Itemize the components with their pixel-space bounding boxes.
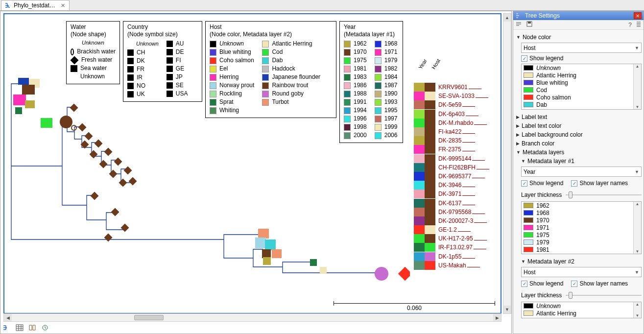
tree-view-icon[interactable]: [2, 324, 11, 332]
sample-row: FR-2375: [414, 145, 476, 154]
table-view-icon[interactable]: [15, 324, 24, 332]
scroll-right-icon[interactable]: ▶: [493, 314, 501, 321]
phylogenetic-tree: [8, 78, 410, 298]
close-icon[interactable]: ✕: [61, 2, 65, 9]
ml2-listbox[interactable]: UnknownAtlantic Herring: [521, 302, 642, 318]
sample-row: UK-H17-2-95: [414, 234, 476, 243]
list-item[interactable]: Coho salmon: [522, 94, 641, 101]
scroll-down-icon[interactable]: ▼: [503, 306, 511, 313]
list-item[interactable]: 1970: [522, 216, 641, 224]
sample-label: US-Makah: [438, 262, 466, 269]
ml1-dropdown[interactable]: Year▼: [521, 167, 642, 177]
sample-row: DK-2835: [414, 136, 476, 145]
ml2-thickness-slider[interactable]: [566, 291, 642, 300]
book-view-icon[interactable]: [28, 324, 37, 332]
history-view-icon[interactable]: [41, 324, 49, 332]
panel-close-icon[interactable]: ✕: [634, 12, 642, 19]
phylo-tree-icon: [4, 2, 11, 9]
svg-rect-20: [119, 179, 127, 187]
svg-rect-13: [95, 140, 103, 148]
legend-year-title: Year: [344, 24, 399, 30]
list-item[interactable]: Cod: [522, 86, 641, 94]
list-item[interactable]: 1981: [522, 246, 641, 253]
list-item[interactable]: Blue whiting: [522, 79, 641, 86]
section-label-bg-color[interactable]: ▶Label background color: [516, 130, 642, 139]
tree-settings-icon: [515, 12, 522, 19]
legend-water: Water (Node shape) Unknown Brackish wate…: [66, 21, 120, 84]
svg-point-7: [60, 116, 72, 128]
chevron-down-icon: ▼: [635, 169, 639, 174]
node-color-listbox[interactable]: UnknownAtlantic HerringBlue whitingCodCo…: [521, 64, 642, 110]
scroll-up-icon[interactable]: ▲: [503, 14, 511, 22]
ml1-thickness-slider[interactable]: [566, 191, 642, 199]
section-ml2[interactable]: ▼Metadata layer #2: [521, 257, 642, 266]
svg-rect-0: [18, 78, 29, 85]
legend-item: 1975: [344, 56, 367, 65]
section-metadata-layers[interactable]: ▼Metadata layers: [516, 148, 642, 157]
ml1-show-legend-checkbox[interactable]: ✓: [521, 180, 527, 187]
legend-item: AU: [167, 40, 188, 48]
svg-rect-9: [70, 104, 78, 112]
svg-rect-28: [265, 239, 276, 250]
listbox-scrollbar[interactable]: [633, 202, 641, 254]
sample-row: DK-M.rhabdo: [414, 119, 476, 127]
scroll-left-icon[interactable]: ◀: [4, 314, 12, 321]
sample-row: DK-6p403: [414, 110, 476, 119]
meta-header-host: Host: [430, 58, 441, 71]
sample-row: DK-200027-3: [414, 216, 476, 225]
legend-item: 1970: [344, 48, 367, 56]
legend-item: Dab: [262, 56, 320, 65]
save-settings-icon[interactable]: [526, 21, 533, 28]
horizontal-scrollbar[interactable]: ◀ ▶: [3, 313, 501, 322]
list-item[interactable]: Atlantic Herring: [522, 310, 641, 317]
node-color-dropdown[interactable]: Host▼: [521, 43, 642, 53]
section-label-text[interactable]: ▶Label text: [516, 113, 642, 121]
scroll-thumb[interactable]: [134, 315, 164, 320]
panel-title: Tree Settings: [525, 12, 560, 19]
ml2-show-legend-checkbox[interactable]: ✓: [521, 281, 527, 287]
sample-row: DK-3971: [414, 190, 476, 198]
list-item[interactable]: Unknown: [522, 302, 641, 310]
help-icon[interactable]: ?: [628, 22, 632, 28]
ml2-show-layer-names-checkbox[interactable]: ✓: [571, 281, 577, 287]
list-item[interactable]: Atlantic Herring: [522, 72, 641, 79]
legend-item: 1981: [344, 65, 367, 73]
ml1-listbox[interactable]: 1962196819701971197519791981: [521, 201, 642, 254]
legend-item: GE: [167, 65, 188, 73]
list-item[interactable]: 1971: [522, 224, 641, 231]
section-branch-color[interactable]: ▶Branch color: [516, 139, 642, 148]
sample-label: FI-ka422: [438, 128, 461, 135]
legend-item: Fresh water: [71, 56, 116, 64]
sample-row: GE-1.2: [414, 225, 476, 234]
document-tab[interactable]: Phylo_testdat… ✕: [1, 0, 70, 10]
collapse-all-icon[interactable]: [515, 21, 522, 28]
svg-rect-5: [15, 107, 22, 114]
legend-item: Cod: [262, 48, 320, 56]
list-item[interactable]: Unknown: [522, 64, 641, 72]
sample-label: DK-6137: [438, 200, 461, 207]
expand-all-icon[interactable]: [636, 21, 642, 28]
list-item[interactable]: Dab: [522, 101, 641, 108]
legend-item: 1979: [375, 56, 398, 65]
ml2-dropdown[interactable]: Host▼: [521, 267, 642, 277]
list-item[interactable]: Eel: [522, 108, 641, 110]
section-node-color[interactable]: ▼Node color: [516, 33, 642, 42]
legend-item: DK: [127, 57, 159, 65]
section-ml1[interactable]: ▼Metadata layer #1: [521, 157, 642, 166]
list-item[interactable]: 1979: [522, 239, 641, 246]
svg-rect-6: [41, 118, 52, 128]
vertical-scrollbar[interactable]: ▲ ▼: [503, 13, 511, 314]
listbox-scrollbar[interactable]: [633, 64, 641, 109]
listbox-scrollbar[interactable]: [633, 302, 641, 318]
list-item[interactable]: 1975: [522, 231, 641, 239]
legend-item: 1962: [344, 40, 367, 48]
svg-rect-27: [255, 238, 266, 248]
ml1-show-layer-names-checkbox[interactable]: ✓: [571, 180, 577, 187]
list-item[interactable]: 1962: [522, 202, 641, 209]
section-label-text-color[interactable]: ▶Label text color: [516, 121, 642, 130]
svg-rect-18: [109, 170, 118, 178]
svg-rect-39: [528, 22, 531, 24]
show-legend-checkbox[interactable]: ✓: [521, 55, 527, 62]
list-item[interactable]: 1968: [522, 209, 641, 216]
tree-view[interactable]: Water (Node shape) Unknown Brackish wate…: [3, 13, 501, 314]
